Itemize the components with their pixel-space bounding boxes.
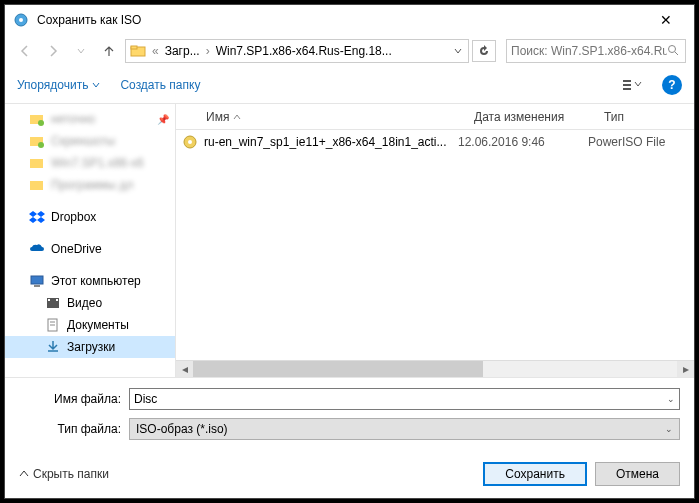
save-button[interactable]: Сохранить <box>483 462 587 486</box>
sidebar-item[interactable]: Win7.SP1.x86-x6 <box>5 152 175 174</box>
file-type: PowerISO File <box>588 135 688 149</box>
chevron-right-icon: › <box>204 44 212 58</box>
sidebar-item-onedrive[interactable]: OneDrive <box>5 238 175 260</box>
column-headers: Имя Дата изменения Тип <box>176 104 694 130</box>
search-input[interactable] <box>511 44 667 58</box>
close-button[interactable]: ✕ <box>646 12 686 28</box>
organize-menu[interactable]: Упорядочить <box>17 78 100 92</box>
file-date: 12.06.2016 9:46 <box>458 135 588 149</box>
file-list: ru-en_win7_sp1_ie11+_x86-x64_18in1_acti.… <box>176 130 694 360</box>
forward-button[interactable] <box>41 39 65 63</box>
svg-line-5 <box>675 52 678 55</box>
svg-point-10 <box>38 120 44 126</box>
scroll-right-icon[interactable]: ▸ <box>677 361 694 378</box>
scroll-track[interactable] <box>193 361 677 378</box>
filename-input-wrapper: ⌄ <box>129 388 680 410</box>
main-area: Имя Дата изменения Тип ru-en_win7_sp1_ie… <box>175 104 694 377</box>
svg-point-12 <box>38 142 44 148</box>
toolbar: Упорядочить Создать папку ? <box>5 67 694 103</box>
svg-rect-18 <box>48 299 50 301</box>
filetype-combo[interactable]: ISO-образ (*.iso) ⌄ <box>129 418 680 440</box>
app-icon <box>13 12 29 28</box>
sidebar-item[interactable]: Скриншоты <box>5 130 175 152</box>
iso-file-icon <box>182 134 198 150</box>
video-icon <box>45 295 61 311</box>
column-type[interactable]: Тип <box>594 110 694 124</box>
breadcrumb-2[interactable]: Win7.SP1.x86-x64.Rus-Eng.18... <box>212 44 396 58</box>
window-title: Сохранить как ISO <box>37 13 646 27</box>
body: неточно📌 Скриншоты Win7.SP1.x86-x6 Прогр… <box>5 103 694 377</box>
cancel-button[interactable]: Отмена <box>595 462 680 486</box>
chevron-down-icon: ⌄ <box>665 424 673 434</box>
filetype-label: Тип файла: <box>19 422 129 436</box>
back-button[interactable] <box>13 39 37 63</box>
address-dropdown[interactable] <box>452 47 464 55</box>
breadcrumb-1[interactable]: Загр... <box>161 44 204 58</box>
sidebar-item[interactable]: Программы дл <box>5 174 175 196</box>
hide-folders-toggle[interactable]: Скрыть папки <box>19 467 109 481</box>
column-name[interactable]: Имя <box>196 110 464 124</box>
sort-icon <box>233 113 241 121</box>
file-row[interactable]: ru-en_win7_sp1_ie11+_x86-x64_18in1_acti.… <box>176 130 694 154</box>
sidebar-item-documents[interactable]: Документы <box>5 314 175 336</box>
sidebar: неточно📌 Скриншоты Win7.SP1.x86-x6 Прогр… <box>5 104 175 377</box>
new-folder-button[interactable]: Создать папку <box>120 78 200 92</box>
filename-dropdown[interactable]: ⌄ <box>667 394 675 404</box>
svg-rect-7 <box>623 84 631 86</box>
column-date[interactable]: Дата изменения <box>464 110 594 124</box>
address-bar[interactable]: « Загр... › Win7.SP1.x86-x64.Rus-Eng.18.… <box>125 39 469 63</box>
view-options-button[interactable] <box>614 73 650 97</box>
svg-rect-15 <box>31 276 43 284</box>
filename-area: Имя файла: ⌄ Тип файла: ISO-образ (*.iso… <box>5 377 694 454</box>
onedrive-icon <box>29 241 45 257</box>
save-dialog: Сохранить как ISO ✕ « Загр... › Win7.SP1… <box>4 4 695 499</box>
breadcrumb-sep: « <box>150 44 161 58</box>
scroll-thumb[interactable] <box>193 361 483 378</box>
sidebar-item-thispc[interactable]: Этот компьютер <box>5 270 175 292</box>
chevron-up-icon <box>19 469 29 479</box>
documents-icon <box>45 317 61 333</box>
svg-rect-19 <box>56 299 58 301</box>
horizontal-scrollbar[interactable]: ◂ ▸ <box>176 360 694 377</box>
search-icon <box>667 44 681 58</box>
svg-rect-6 <box>623 80 631 82</box>
up-button[interactable] <box>97 39 121 63</box>
nav-row: « Загр... › Win7.SP1.x86-x64.Rus-Eng.18.… <box>5 35 694 67</box>
filetype-value: ISO-образ (*.iso) <box>136 422 665 436</box>
dropbox-icon <box>29 209 45 225</box>
sidebar-item-dropbox[interactable]: Dropbox <box>5 206 175 228</box>
filename-label: Имя файла: <box>19 392 129 406</box>
sidebar-item[interactable]: неточно📌 <box>5 108 175 130</box>
recent-dropdown[interactable] <box>69 39 93 63</box>
computer-icon <box>29 273 45 289</box>
refresh-button[interactable] <box>472 40 496 62</box>
footer: Скрыть папки Сохранить Отмена <box>5 454 694 498</box>
filename-input[interactable] <box>134 392 667 406</box>
titlebar: Сохранить как ISO ✕ <box>5 5 694 35</box>
svg-rect-13 <box>30 159 43 168</box>
scroll-left-icon[interactable]: ◂ <box>176 361 193 378</box>
svg-rect-16 <box>34 285 40 287</box>
file-name: ru-en_win7_sp1_ie11+_x86-x64_18in1_acti.… <box>204 135 458 149</box>
svg-rect-8 <box>623 88 631 90</box>
svg-rect-3 <box>131 46 137 49</box>
sidebar-item-video[interactable]: Видео <box>5 292 175 314</box>
chevron-down-icon <box>92 81 100 89</box>
svg-point-4 <box>669 46 676 53</box>
svg-point-24 <box>188 140 192 144</box>
svg-point-1 <box>19 18 23 22</box>
svg-rect-14 <box>30 181 43 190</box>
folder-icon <box>130 43 146 59</box>
pin-icon: 📌 <box>157 114 169 125</box>
search-box[interactable] <box>506 39 686 63</box>
downloads-icon <box>45 339 61 355</box>
sidebar-item-downloads[interactable]: Загрузки <box>5 336 175 358</box>
help-button[interactable]: ? <box>662 75 682 95</box>
